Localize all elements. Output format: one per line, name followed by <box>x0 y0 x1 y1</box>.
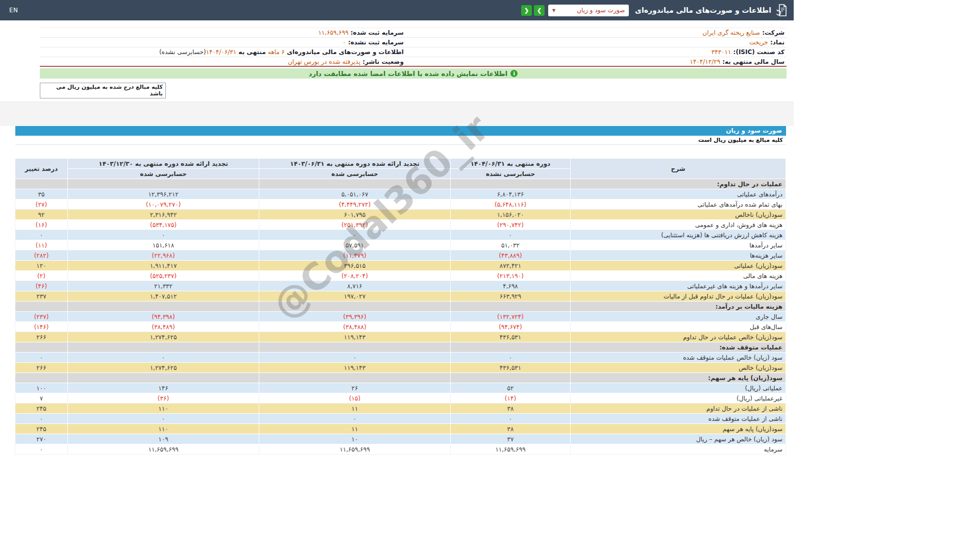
row-label: عملیاتی (ریال) <box>571 383 786 393</box>
company-info-cell: نماد: خریخت <box>406 38 787 46</box>
row-value: ۱۴۶ <box>68 383 259 393</box>
row-value: ۱,۲۷۴,۶۲۵ <box>68 332 259 342</box>
row-value <box>451 302 571 312</box>
company-info-row: نماد: خریختسرمایه ثبت نشده: ۰ <box>40 38 787 47</box>
row-label: سایر درآمدها <box>571 240 786 251</box>
row-label: سود(زیان) عملیاتی <box>571 261 786 271</box>
info-label: شرکت: <box>760 29 785 36</box>
row-label: هزینه مالیات بر درآمد: <box>571 302 786 312</box>
row-value <box>15 373 68 383</box>
row-value: (۳۹,۳۹۶) <box>259 312 451 322</box>
row-label: سود(زیان) ناخالص <box>571 210 786 220</box>
row-value: (۳۸,۴۸۹) <box>68 322 259 332</box>
table-row: ناشی از عملیات در حال تداوم۳۸۱۱۱۱۰۲۴۵ <box>15 404 786 414</box>
row-value: (۱۱,۴۷۹) <box>259 251 451 261</box>
row-value: ۰ <box>259 414 451 424</box>
row-value: (۱۰,۰۷۹,۲۷۰) <box>68 199 259 210</box>
row-value: ۱۱۹,۱۴۳ <box>259 363 451 373</box>
row-value: ۱۱,۶۵۹,۶۹۹ <box>259 444 451 455</box>
row-value: ۱۵۱,۶۱۸ <box>68 240 259 251</box>
table-row: سود(زیان) پایه هر سهم۳۸۱۱۱۱۰۲۴۵ <box>15 424 786 434</box>
table-row: سود(زیان) عملیات در حال تداوم قبل از مال… <box>15 291 786 302</box>
row-value: (۴,۴۴۹,۲۷۲) <box>259 199 451 210</box>
company-info-cell: سال مالی منتهی به: ۱۴۰۴/۱۲/۲۹ <box>406 58 787 66</box>
company-info-cell: اطلاعات و صورت‌های مالی میاندوره‌ای ۶ ما… <box>40 48 406 56</box>
table-row: سود(زیان) ناخالص۱,۱۵۶,۰۲۰۶۰۱,۷۹۵۲,۳۱۶,۹۴… <box>15 210 786 220</box>
row-value <box>68 373 259 383</box>
company-info-row: شرکت: صنایع ریخته گری ایرانسرمایه ثبت شد… <box>40 28 787 38</box>
row-label: ناشی از عملیات متوقف شده <box>571 414 786 424</box>
row-label: سرمایه <box>571 444 786 455</box>
info-value: صنایع ریخته گری ایران <box>702 29 760 36</box>
nav-next-button[interactable]: ❮ <box>521 5 532 16</box>
row-value: ۳۸ <box>451 424 571 434</box>
row-value: ۱۱ <box>259 424 451 434</box>
company-info-row: کد صنعت (ISIC): ۳۴۳۰۱۱اطلاعات و صورت‌های… <box>40 47 787 57</box>
company-info-row: سال مالی منتهی به: ۱۴۰۴/۱۲/۲۹وضعیت ناشر:… <box>40 57 787 67</box>
row-value: ۲۳۷ <box>15 291 68 302</box>
company-info-cell: سرمایه ثبت نشده: ۰ <box>40 38 406 46</box>
row-label: سایر هزینه‌ها <box>571 251 786 261</box>
info-icon: i <box>510 70 518 77</box>
info-label: وضعیت ناشر: <box>360 58 404 65</box>
table-row: سرمایه۱۱,۶۵۹,۶۹۹۱۱,۶۵۹,۶۹۹۱۱,۶۵۹,۶۹۹۰ <box>15 444 786 455</box>
row-value: (۲۵۱,۳۹۲) <box>259 220 451 230</box>
row-value: ۴۳۶,۵۳۱ <box>451 363 571 373</box>
row-value: (۲۱۳,۱۹۰) <box>451 271 571 281</box>
row-value: ۱۲۰ <box>15 261 68 271</box>
col-header-description: شرح <box>571 159 786 179</box>
income-statement-table: شرح دوره منتهی به ۱۴۰۴/۰۶/۳۱ تجدید ارائه… <box>15 158 786 455</box>
row-value: (۲۸۲) <box>15 251 68 261</box>
row-value: ۷ <box>15 393 68 404</box>
info-value: ۱۴۰۴/۰۶/۳۱ <box>206 48 237 56</box>
income-statement-section: صورت سود و زیان کلیه مبالغ به میلیون ریا… <box>15 126 786 455</box>
col-header-period-prior: تجدید ارائه شده دوره منتهی به ۱۴۰۳/۰۶/۳۱ <box>259 159 451 169</box>
row-value <box>259 179 451 189</box>
row-value: (۴۶) <box>15 281 68 291</box>
row-value: ۱,۱۵۶,۰۲۰ <box>451 210 571 220</box>
company-info-cell: سرمایه ثبت شده: ۱۱,۶۵۹,۶۹۹ <box>40 29 406 37</box>
language-toggle[interactable]: EN <box>9 7 18 14</box>
row-label: عملیات در حال تداوم: <box>571 179 786 189</box>
row-value: ۴۳۶,۵۳۱ <box>451 332 571 342</box>
table-row: سود (زیان) خالص هر سهم – ریال۳۷۱۰۱۰۹۲۷۰ <box>15 434 786 444</box>
row-value: ۱۱,۶۵۹,۶۹۹ <box>68 444 259 455</box>
row-label: هزینه کاهش ارزش دریافتنی ها (هزینه استثن… <box>571 230 786 240</box>
row-value <box>68 342 259 353</box>
info-value: ۳۴۳۰۱۱ <box>712 48 731 56</box>
col-subheader-audited-2: حسابرسی شده <box>68 169 259 179</box>
row-value: ۵۲ <box>451 383 571 393</box>
row-label: بهای تمام شده درآمدهای عملیاتی <box>571 199 786 210</box>
row-value: (۵,۶۴۸,۱۱۶) <box>451 199 571 210</box>
info-label: اطلاعات و صورت‌های مالی میاندوره‌ای <box>285 48 404 56</box>
section-row: عملیات متوقف شده: <box>15 342 786 353</box>
row-value: ۱۹۷,۰۲۷ <box>259 291 451 302</box>
topbar: اطلاعات و صورت‌های مالی میاندوره‌ای صورت… <box>0 0 794 20</box>
nav-prev-button[interactable]: ❯ <box>534 5 545 16</box>
row-value <box>68 179 259 189</box>
table-row: عملیاتی (ریال)۵۲۲۶۱۴۶۱۰۰ <box>15 383 786 393</box>
company-info-card: شرکت: صنایع ریخته گری ایرانسرمایه ثبت شد… <box>40 28 787 98</box>
statement-type-select[interactable]: صورت سود و زیان ▼ <box>548 5 629 16</box>
row-value: ۰ <box>259 230 451 240</box>
row-value <box>15 302 68 312</box>
info-label: سرمایه ثبت نشده: <box>346 39 404 46</box>
col-subheader-audited-1: حسابرسی شده <box>259 169 451 179</box>
row-value <box>451 373 571 383</box>
row-value: ۱۲,۳۹۶,۲۱۲ <box>68 189 259 199</box>
table-row: بهای تمام شده درآمدهای عملیاتی(۵,۶۴۸,۱۱۶… <box>15 199 786 210</box>
table-row: سود (زیان) خالص عملیات متوقف شده۰۰۰۰ <box>15 353 786 363</box>
row-label: سود(زیان) پایه هر سهم <box>571 424 786 434</box>
col-header-change-percent: درصد تغییر <box>15 159 68 179</box>
document-refresh-icon[interactable] <box>775 4 789 17</box>
row-value: ۰ <box>15 353 68 363</box>
table-row: سایر هزینه‌ها(۴۳,۸۸۹)(۱۱,۴۷۹)(۲۲,۹۶۸)(۲۸… <box>15 251 786 261</box>
table-row: سود(زیان) عملیاتی۸۷۲,۴۲۱۳۹۶,۵۱۵۱,۹۱۱,۴۱۷… <box>15 261 786 271</box>
info-value: ۱۱,۶۵۹,۶۹۹ <box>318 29 348 36</box>
row-value: (۱۱) <box>15 240 68 251</box>
codal-app: اطلاعات و صورت‌های مالی میاندوره‌ای صورت… <box>0 0 794 455</box>
statement-table-header: شرح دوره منتهی به ۱۴۰۴/۰۶/۳۱ تجدید ارائه… <box>15 159 786 179</box>
row-value: (۱۳۲,۷۲۴) <box>451 312 571 322</box>
row-value: (۲۹۰,۷۴۲) <box>451 220 571 230</box>
row-value: ۳۸ <box>451 404 571 414</box>
